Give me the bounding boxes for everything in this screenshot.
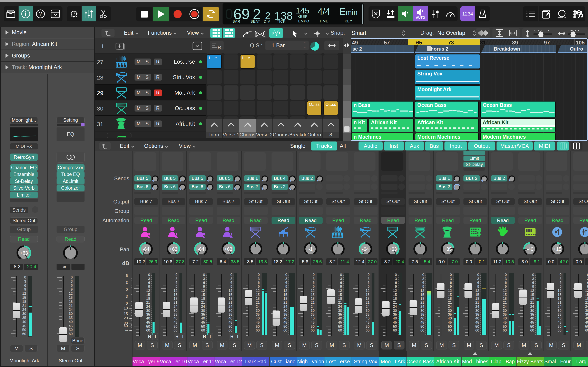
svg-text:-40: -40	[527, 247, 533, 252]
svg-text:+63: +63	[389, 247, 397, 252]
svg-text:+63: +63	[20, 250, 28, 256]
svg-text:+63: +63	[224, 247, 232, 252]
svg-text:+35: +35	[444, 247, 452, 252]
svg-text:-64: -64	[143, 247, 149, 252]
svg-text:R: R	[218, 45, 221, 50]
svg-text:+15: +15	[553, 247, 561, 252]
svg-text:-64: -64	[362, 247, 369, 252]
svg-text:+63: +63	[169, 247, 177, 252]
svg-text:-1: -1	[309, 247, 312, 252]
svg-text:-64: -64	[198, 247, 204, 252]
